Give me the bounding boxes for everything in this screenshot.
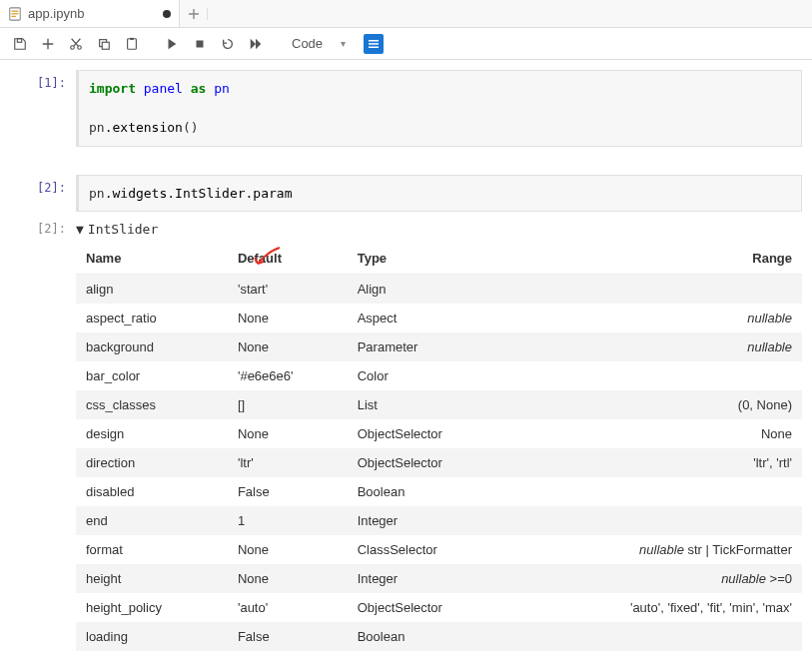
cell-2[interactable]: [2]: pn.widgets.IntSlider.param bbox=[6, 175, 802, 213]
cell-default: 'auto' bbox=[228, 593, 348, 622]
save-button[interactable] bbox=[8, 32, 32, 56]
cell-default: [] bbox=[228, 390, 348, 419]
svg-rect-13 bbox=[369, 43, 379, 45]
cell-type: ClassSelector bbox=[348, 535, 514, 564]
cell-type: Boolean bbox=[348, 622, 514, 651]
param-table: NameDefaultTypeRange align'start'Alignas… bbox=[76, 243, 802, 651]
notebook-area: [1]: import panel as pn pn.extension() [… bbox=[0, 60, 812, 657]
cut-button[interactable] bbox=[64, 32, 88, 56]
param-table-header: NameDefaultTypeRange bbox=[76, 243, 802, 275]
cell-type: Aspect bbox=[348, 304, 514, 332]
cell-name: height bbox=[76, 564, 228, 593]
cell-1[interactable]: [1]: import panel as pn pn.extension() bbox=[6, 70, 802, 147]
cell-name: bar_color bbox=[76, 361, 228, 390]
cell-default: '#e6e6e6' bbox=[228, 361, 348, 390]
cell-name: format bbox=[76, 535, 228, 564]
svg-rect-11 bbox=[197, 40, 204, 47]
tab-title: app.ipynb bbox=[28, 6, 157, 21]
insert-cell-button[interactable] bbox=[36, 32, 60, 56]
render-button[interactable] bbox=[364, 34, 384, 54]
cell-type: Parameter bbox=[348, 332, 514, 361]
new-tab-button[interactable] bbox=[180, 8, 208, 20]
dirty-indicator-icon bbox=[163, 10, 171, 18]
prompt-in: [1]: bbox=[6, 70, 76, 147]
cell-range bbox=[513, 361, 802, 390]
cell-name: aspect_ratio bbox=[76, 304, 228, 332]
cell-type: Color bbox=[348, 361, 514, 390]
cell-default: 'start' bbox=[228, 275, 348, 305]
cell-name: background bbox=[76, 332, 228, 361]
cell-range bbox=[513, 477, 802, 506]
cell-name: css_classes bbox=[76, 390, 228, 419]
cell-type: List bbox=[348, 390, 514, 419]
svg-rect-8 bbox=[102, 42, 109, 49]
cell-name: align bbox=[76, 275, 228, 305]
cell-range: nullable str | TickFormatter bbox=[513, 535, 802, 564]
cell-range bbox=[513, 506, 802, 535]
cell-type: ObjectSelector bbox=[348, 448, 514, 477]
cell-range: nullable bbox=[513, 332, 802, 361]
svg-rect-9 bbox=[128, 38, 137, 49]
cell-range: nullable bbox=[513, 304, 802, 332]
col-name: Name bbox=[76, 243, 228, 275]
restart-button[interactable] bbox=[216, 32, 240, 56]
table-row[interactable]: backgroundNoneParameternullable bbox=[76, 332, 802, 361]
cell-range: nullable >=0 bbox=[513, 564, 802, 593]
table-row[interactable]: loadingFalseBoolean bbox=[76, 622, 802, 651]
cell-default: 'ltr' bbox=[228, 448, 348, 477]
cell-default: None bbox=[228, 535, 348, 564]
cell-type-select[interactable]: Code ▾ bbox=[284, 34, 354, 53]
cell-default: None bbox=[228, 419, 348, 448]
output-class-name: IntSlider bbox=[88, 222, 158, 237]
cell-type: Integer bbox=[348, 506, 514, 535]
run-all-button[interactable] bbox=[244, 32, 268, 56]
table-row[interactable]: align'start'Align bbox=[76, 275, 802, 305]
notebook-icon bbox=[8, 7, 22, 21]
cell-default: None bbox=[228, 332, 348, 361]
cell-type: ObjectSelector bbox=[348, 419, 514, 448]
cell-type: Align bbox=[348, 275, 514, 305]
svg-rect-12 bbox=[369, 40, 379, 42]
output-collapse-header[interactable]: ▼ IntSlider bbox=[76, 220, 802, 239]
table-row[interactable]: formatNoneClassSelectornullable str | Ti… bbox=[76, 535, 802, 564]
cell-range: (0, None) bbox=[513, 390, 802, 419]
tab-bar: app.ipynb bbox=[0, 0, 812, 28]
table-row[interactable]: heightNoneIntegernullable >=0 bbox=[76, 564, 802, 593]
table-row[interactable]: css_classes[]List(0, None) bbox=[76, 390, 802, 419]
table-row[interactable]: aspect_ratioNoneAspectnullable bbox=[76, 304, 802, 332]
cell-type: Boolean bbox=[348, 477, 514, 506]
cell-range bbox=[513, 275, 802, 305]
svg-rect-1 bbox=[12, 10, 19, 11]
col-type: Type bbox=[348, 243, 514, 275]
table-row[interactable]: height_policy'auto'ObjectSelector'auto',… bbox=[76, 593, 802, 622]
code-input[interactable]: import panel as pn pn.extension() bbox=[76, 70, 802, 147]
cell-default: False bbox=[228, 622, 348, 651]
toolbar: Code ▾ bbox=[0, 28, 812, 60]
table-row[interactable]: disabledFalseBoolean bbox=[76, 477, 802, 506]
svg-rect-10 bbox=[130, 37, 134, 39]
prompt-out: [2]: bbox=[6, 216, 76, 651]
svg-rect-14 bbox=[369, 46, 379, 48]
interrupt-button[interactable] bbox=[188, 32, 212, 56]
table-row[interactable]: end1Integer bbox=[76, 506, 802, 535]
code-input[interactable]: pn.widgets.IntSlider.param bbox=[76, 175, 802, 213]
cell-default: False bbox=[228, 477, 348, 506]
cell-range: None bbox=[513, 419, 802, 448]
cell-type-label: Code bbox=[292, 36, 323, 51]
run-button[interactable] bbox=[160, 32, 184, 56]
table-row[interactable]: designNoneObjectSelectorNone bbox=[76, 419, 802, 448]
tab-app-ipynb[interactable]: app.ipynb bbox=[0, 0, 180, 27]
cell-range: 'auto', 'fixed', 'fit', 'min', 'max' bbox=[513, 593, 802, 622]
paste-button[interactable] bbox=[120, 32, 144, 56]
cell-name: end bbox=[76, 506, 228, 535]
table-row[interactable]: bar_color'#e6e6e6'Color bbox=[76, 361, 802, 390]
svg-rect-3 bbox=[12, 15, 16, 16]
table-row[interactable]: direction'ltr'ObjectSelector'ltr', 'rtl' bbox=[76, 448, 802, 477]
cell-default: None bbox=[228, 564, 348, 593]
copy-button[interactable] bbox=[92, 32, 116, 56]
svg-rect-4 bbox=[17, 38, 21, 42]
cell-name: disabled bbox=[76, 477, 228, 506]
svg-point-5 bbox=[71, 45, 75, 49]
cell-default: None bbox=[228, 304, 348, 332]
cell-2-output: [2]: ▼ IntSlider NameDefaultTypeRange al… bbox=[6, 216, 802, 651]
